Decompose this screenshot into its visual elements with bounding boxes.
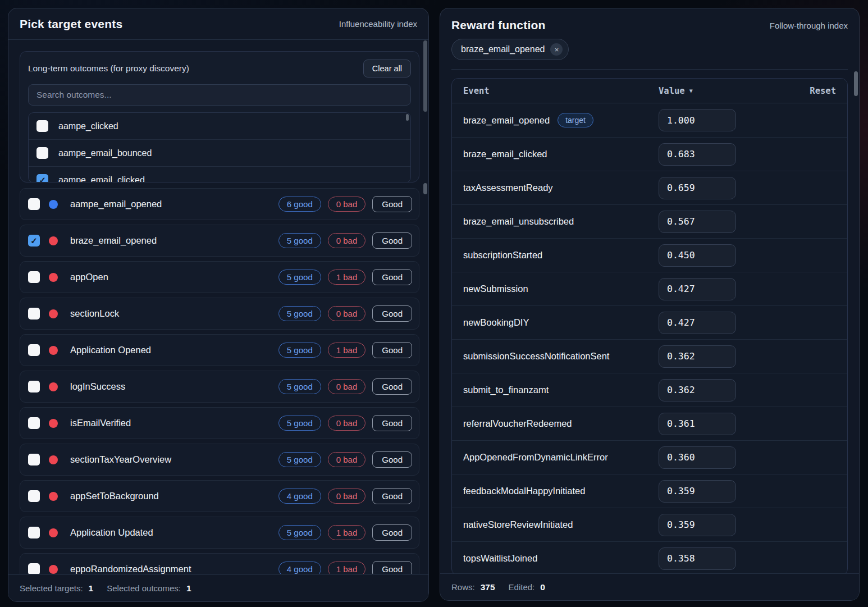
influence-dot-icon: [49, 346, 58, 355]
reward-value-input[interactable]: 0.360: [659, 446, 736, 469]
event-row[interactable]: isEmailVerified 5 good 0 bad Good: [20, 407, 419, 439]
event-checkbox[interactable]: [28, 308, 40, 320]
value-column-header[interactable]: Value ▼: [659, 86, 799, 96]
outcome-checkbox[interactable]: [36, 174, 48, 182]
right-panel-header: Reward function Follow-through index bra…: [440, 8, 859, 70]
event-row[interactable]: eppoRandomizedAssignment 4 good 1 bad Go…: [20, 553, 419, 574]
reward-event-name: taxAssessmentReady: [463, 182, 553, 193]
bad-count-badge: 1 bad: [328, 270, 366, 285]
reward-table-row: braze_email_unsubscribed 0.567: [452, 204, 847, 238]
good-toggle-button[interactable]: Good: [372, 561, 412, 574]
reward-value-input[interactable]: 0.362: [659, 379, 736, 401]
reward-table-row: submissionSuccessNotificationSent 0.362: [452, 339, 847, 373]
reset-column-header[interactable]: Reset: [799, 86, 836, 96]
reward-value-input[interactable]: 0.450: [659, 244, 736, 267]
event-checkbox[interactable]: [28, 563, 40, 574]
outcome-row[interactable]: aampe_clicked: [29, 113, 410, 140]
good-toggle-button[interactable]: Good: [372, 342, 412, 358]
outcomes-list-scrollbar[interactable]: [406, 114, 409, 121]
outcome-row[interactable]: aampe_email_bounced: [29, 140, 410, 167]
chip-close-icon[interactable]: ×: [550, 43, 563, 56]
reward-table-row: AppOpenedFromDynamicLinkError 0.360: [452, 440, 847, 474]
event-row[interactable]: sectionTaxYearOverview 5 good 0 bad Good: [20, 444, 419, 476]
outcome-checkbox[interactable]: [36, 147, 48, 159]
reward-table-header: Event Value ▼ Reset: [452, 79, 847, 103]
good-count-badge: 5 good: [278, 270, 321, 285]
left-panel-scrollbar[interactable]: [423, 40, 427, 112]
good-toggle-button[interactable]: Good: [372, 451, 412, 468]
reward-value-input[interactable]: 0.659: [659, 177, 736, 199]
bad-count-badge: 0 bad: [328, 416, 366, 431]
event-checkbox[interactable]: [28, 527, 40, 538]
event-label: sectionLock: [70, 308, 119, 319]
reward-event-name: AppOpenedFromDynamicLinkError: [463, 452, 608, 463]
reward-event-name: feedbackModalHappyInitiated: [463, 486, 585, 496]
reward-value-input[interactable]: 0.683: [659, 143, 736, 166]
outcome-row[interactable]: aampe_email_clicked: [29, 167, 410, 182]
good-toggle-button[interactable]: Good: [372, 196, 412, 212]
good-toggle-button[interactable]: Good: [372, 232, 412, 249]
reward-table-row: topsWaitlistJoined 0.358: [452, 541, 847, 575]
search-input[interactable]: [28, 84, 411, 106]
event-row[interactable]: sectionLock 5 good 0 bad Good: [20, 298, 419, 330]
good-count-badge: 4 good: [278, 489, 321, 504]
good-toggle-button[interactable]: Good: [372, 305, 412, 322]
reward-value-input[interactable]: 0.362: [659, 345, 736, 368]
outcome-label: aampe_email_bounced: [58, 148, 152, 158]
reward-table-scrollbar[interactable]: [854, 71, 858, 96]
event-row[interactable]: Application Opened 5 good 1 bad Good: [20, 334, 419, 366]
event-label: isEmailVerified: [70, 418, 131, 428]
bad-count-badge: 0 bad: [328, 452, 366, 467]
reward-event-name: braze_email_clicked: [463, 149, 547, 159]
event-column-header: Event: [463, 86, 659, 96]
reward-table-row: feedbackModalHappyInitiated 0.359: [452, 474, 847, 508]
reward-value-input[interactable]: 0.359: [659, 480, 736, 503]
reward-table-row: braze_email_clicked 0.683: [452, 137, 847, 171]
long-term-outcomes-box: Long-term outcomes (for proxy discovery)…: [20, 51, 419, 182]
events-list-scrollbar[interactable]: [423, 183, 427, 194]
follow-through-index-label: Follow-through index: [770, 21, 848, 30]
outcome-checkbox[interactable]: [36, 120, 48, 132]
good-count-badge: 5 good: [278, 416, 321, 431]
target-chip[interactable]: braze_email_opened ×: [451, 39, 569, 60]
event-row[interactable]: Application Updated 5 good 1 bad Good: [20, 517, 419, 549]
reward-value-input[interactable]: 1.000: [659, 109, 736, 131]
reward-event-name: braze_email_opened: [463, 115, 550, 126]
event-checkbox[interactable]: [28, 381, 40, 393]
good-toggle-button[interactable]: Good: [372, 269, 412, 285]
reward-value-input[interactable]: 0.361: [659, 413, 736, 435]
clear-all-button[interactable]: Clear all: [363, 60, 411, 77]
good-toggle-button[interactable]: Good: [372, 415, 412, 431]
bad-count-badge: 1 bad: [328, 562, 366, 574]
reward-table-row: referralVoucherRedeemed 0.361: [452, 407, 847, 440]
bad-count-badge: 1 bad: [328, 525, 366, 540]
event-row[interactable]: logInSuccess 5 good 0 bad Good: [20, 371, 419, 403]
good-toggle-button[interactable]: Good: [372, 488, 412, 504]
event-checkbox[interactable]: [28, 417, 40, 429]
good-toggle-button[interactable]: Good: [372, 378, 412, 395]
selected-outcomes-value: 1: [186, 583, 191, 594]
outcome-label: aampe_clicked: [58, 121, 118, 131]
reward-value-input[interactable]: 0.358: [659, 547, 736, 570]
event-checkbox[interactable]: [28, 271, 40, 283]
event-checkbox[interactable]: [28, 235, 40, 247]
event-row[interactable]: braze_email_opened 5 good 0 bad Good: [20, 225, 419, 257]
event-checkbox[interactable]: [28, 454, 40, 465]
search-wrap: [28, 84, 411, 106]
reward-value-input[interactable]: 0.359: [659, 514, 736, 536]
reward-value-input[interactable]: 0.427: [659, 278, 736, 300]
event-row[interactable]: aampe_email_opened 6 good 0 bad Good: [20, 188, 419, 220]
good-toggle-button[interactable]: Good: [372, 524, 412, 541]
event-checkbox[interactable]: [28, 198, 40, 210]
event-row[interactable]: appSetToBackground 4 good 0 bad Good: [20, 480, 419, 512]
event-label: braze_email_opened: [70, 235, 157, 246]
reward-event-name: submissionSuccessNotificationSent: [463, 351, 609, 362]
event-checkbox[interactable]: [28, 344, 40, 356]
edited-count-label: Edited:: [509, 582, 535, 592]
reward-value-input[interactable]: 0.567: [659, 211, 736, 233]
event-checkbox[interactable]: [28, 490, 40, 502]
reward-value-input[interactable]: 0.427: [659, 312, 736, 334]
event-row[interactable]: appOpen 5 good 1 bad Good: [20, 261, 419, 293]
event-label: sectionTaxYearOverview: [70, 454, 171, 465]
outcomes-box-header: Long-term outcomes (for proxy discovery)…: [28, 58, 411, 79]
